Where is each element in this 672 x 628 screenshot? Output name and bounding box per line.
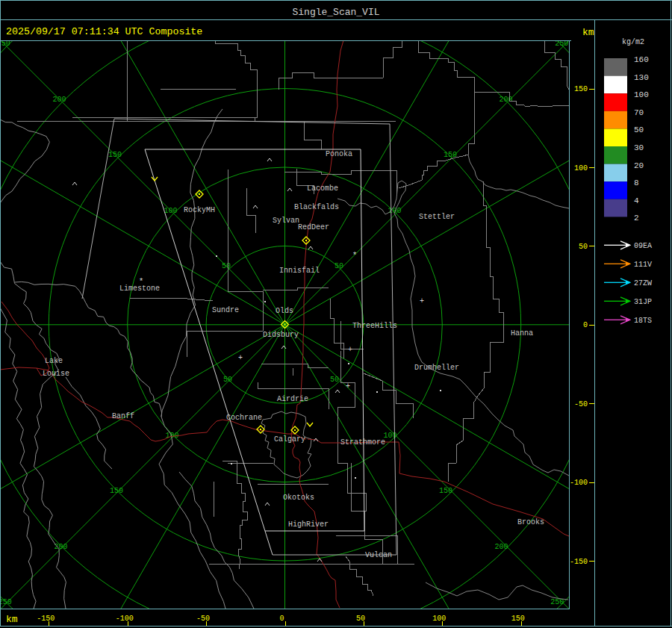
svg-text:250: 250: [550, 598, 564, 606]
svg-text:Single_Scan_VIL: Single_Scan_VIL: [292, 7, 379, 18]
svg-text:Cochrane: Cochrane: [226, 414, 262, 422]
svg-text:HighRiver: HighRiver: [288, 520, 329, 529]
svg-text:50: 50: [222, 262, 231, 270]
svg-text:70: 70: [634, 108, 644, 117]
svg-text:Hanna: Hanna: [511, 329, 533, 338]
svg-text:150: 150: [574, 85, 588, 93]
svg-text:111V: 111V: [634, 261, 652, 269]
svg-text:50: 50: [579, 243, 588, 251]
svg-text:Didsbury: Didsbury: [263, 331, 299, 339]
svg-text:Louise: Louise: [43, 370, 69, 378]
svg-text:-50: -50: [196, 615, 210, 623]
svg-text:8: 8: [634, 178, 639, 187]
svg-text:50: 50: [223, 376, 232, 384]
svg-text:Banff: Banff: [112, 412, 134, 420]
svg-text:0: 0: [279, 615, 284, 623]
svg-text:160: 160: [634, 55, 649, 64]
svg-text:-100: -100: [570, 479, 588, 487]
svg-text:150: 150: [511, 615, 525, 623]
svg-text:100: 100: [634, 90, 649, 99]
svg-text:km: km: [582, 27, 594, 38]
svg-text:Calgary: Calgary: [274, 435, 305, 444]
svg-text:+: +: [346, 382, 350, 391]
svg-text:-150: -150: [37, 615, 55, 623]
svg-text:Ponoka: Ponoka: [326, 150, 352, 158]
svg-text:30: 30: [634, 143, 644, 152]
svg-text:*: *: [352, 251, 358, 260]
svg-text:100: 100: [574, 164, 588, 172]
svg-text:2025/09/17 07:11:34 UTC Compos: 2025/09/17 07:11:34 UTC Composite: [6, 26, 202, 37]
svg-text:200: 200: [500, 96, 513, 104]
svg-text:RockyMH: RockyMH: [184, 206, 215, 214]
svg-text:27ZW: 27ZW: [634, 279, 652, 287]
svg-text:Drumheller: Drumheller: [414, 364, 459, 372]
svg-text:2: 2: [634, 214, 639, 223]
svg-text:km: km: [6, 614, 18, 625]
svg-text:18TS: 18TS: [634, 317, 652, 325]
svg-text:+: +: [348, 346, 352, 354]
svg-text:Lake: Lake: [45, 357, 63, 365]
svg-text:31JP: 31JP: [634, 298, 652, 306]
svg-text:Vulcan: Vulcan: [365, 551, 392, 559]
svg-text:Olds: Olds: [276, 307, 293, 315]
svg-text:50: 50: [330, 376, 339, 384]
svg-text:Innisfail: Innisfail: [279, 267, 320, 275]
svg-text:+: +: [420, 297, 424, 305]
svg-text:Blackfalds: Blackfalds: [294, 203, 339, 211]
svg-text:kg/m2: kg/m2: [622, 38, 644, 46]
svg-text:+: +: [238, 354, 243, 362]
svg-text:09EA: 09EA: [634, 242, 652, 250]
svg-text:Strathmore: Strathmore: [340, 438, 385, 447]
svg-text:50: 50: [335, 262, 343, 270]
svg-text:150: 150: [439, 487, 452, 495]
svg-text:*: *: [139, 277, 144, 286]
svg-text:Airdrie: Airdrie: [277, 395, 308, 403]
svg-text:200: 200: [495, 543, 508, 551]
svg-text:100: 100: [432, 615, 446, 623]
svg-text:20: 20: [634, 161, 644, 170]
svg-text:Brooks: Brooks: [517, 518, 544, 526]
svg-text:150: 150: [110, 487, 123, 495]
svg-text:-50: -50: [574, 400, 588, 408]
svg-text:4: 4: [634, 196, 639, 205]
svg-text:-150: -150: [570, 558, 588, 566]
svg-text:-100: -100: [116, 615, 134, 623]
svg-text:130: 130: [634, 73, 649, 82]
svg-text:200: 200: [52, 96, 66, 104]
svg-text:RedDeer: RedDeer: [298, 223, 329, 231]
svg-text:Okotoks: Okotoks: [283, 494, 314, 502]
svg-text:150: 150: [108, 151, 122, 159]
svg-text:Sylvan: Sylvan: [273, 217, 299, 225]
svg-text:ThreeHills: ThreeHills: [352, 322, 397, 330]
svg-text:0: 0: [583, 321, 588, 329]
svg-text:Lacombe: Lacombe: [307, 184, 338, 193]
svg-text:250: 250: [0, 598, 12, 606]
svg-text:50: 50: [634, 125, 644, 134]
svg-text:100: 100: [164, 207, 177, 215]
svg-text:Stettler: Stettler: [419, 213, 455, 221]
svg-text:Sundre: Sundre: [212, 306, 239, 314]
svg-text:200: 200: [54, 543, 67, 551]
